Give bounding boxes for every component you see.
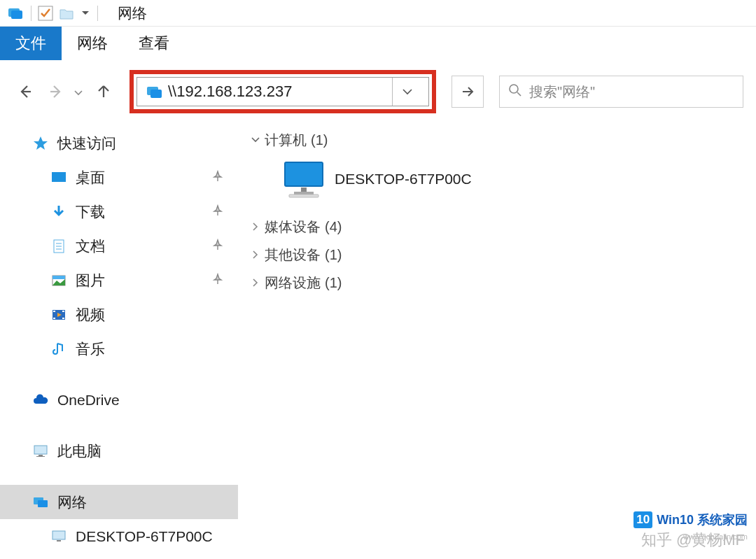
search-icon bbox=[508, 83, 522, 101]
title-bar: 网络 bbox=[0, 0, 756, 27]
sidebar-item-label: 文档 bbox=[76, 236, 105, 256]
cloud-icon bbox=[31, 390, 50, 410]
svg-rect-30 bbox=[294, 192, 314, 194]
content-pane: 计算机 (1) DESKTOP-6T7P00C 媒体设备 (4) 其他设备 (1… bbox=[238, 123, 756, 559]
ribbon-tabs: 文件 网络 查看 bbox=[0, 27, 756, 60]
search-input[interactable] bbox=[529, 84, 734, 100]
go-button[interactable] bbox=[451, 76, 484, 108]
svg-rect-15 bbox=[52, 276, 65, 279]
svg-rect-23 bbox=[36, 456, 45, 457]
svg-point-7 bbox=[510, 85, 518, 93]
device-item[interactable]: DESKTOP-6T7P00C bbox=[246, 154, 748, 213]
videos-icon bbox=[49, 305, 69, 325]
sidebar-item-label: 视频 bbox=[76, 305, 105, 325]
up-button[interactable] bbox=[91, 79, 116, 104]
documents-icon bbox=[49, 236, 69, 256]
category-label: 媒体设备 bbox=[265, 218, 321, 236]
category-media[interactable]: 媒体设备 (4) bbox=[246, 213, 748, 241]
watermark-brand: 10 Win10 系统家园 bbox=[634, 511, 748, 528]
category-count: (1) bbox=[311, 132, 328, 148]
category-label: 其他设备 bbox=[265, 246, 321, 264]
svg-rect-25 bbox=[38, 500, 48, 507]
svg-rect-17 bbox=[53, 311, 55, 312]
category-computers[interactable]: 计算机 (1) bbox=[246, 126, 748, 154]
svg-rect-6 bbox=[150, 90, 162, 98]
category-count: (4) bbox=[325, 219, 342, 235]
pin-icon bbox=[211, 238, 224, 255]
sidebar-item-label: 图片 bbox=[76, 271, 105, 290]
category-count: (1) bbox=[325, 275, 342, 291]
sidebar-item-label: 网络 bbox=[57, 493, 87, 512]
chevron-right-icon bbox=[246, 222, 265, 232]
star-icon bbox=[31, 134, 50, 153]
nav-row: \\192.168.123.237 bbox=[0, 60, 756, 123]
svg-rect-22 bbox=[38, 455, 43, 456]
svg-line-8 bbox=[517, 92, 521, 96]
category-count: (1) bbox=[325, 247, 342, 263]
sidebar-desktop[interactable]: 桌面 bbox=[0, 160, 238, 194]
computer-icon bbox=[31, 441, 50, 461]
monitor-icon bbox=[280, 160, 328, 199]
sidebar-network-child[interactable]: DESKTOP-6T7P00C bbox=[0, 519, 238, 553]
sidebar-downloads[interactable]: 下载 bbox=[0, 194, 238, 229]
network-icon bbox=[31, 493, 50, 512]
computer-icon bbox=[49, 527, 69, 546]
ribbon-tab-network[interactable]: 网络 bbox=[62, 27, 123, 60]
checkbox-icon[interactable] bbox=[36, 3, 55, 23]
sidebar-item-label: 桌面 bbox=[76, 168, 105, 187]
watermark-url: www.qdhuajin.com bbox=[683, 532, 748, 541]
sidebar-item-label: 快速访问 bbox=[57, 134, 116, 153]
sidebar-thispc[interactable]: 此电脑 bbox=[0, 434, 238, 468]
forward-button[interactable] bbox=[43, 79, 69, 104]
category-label: 网络设施 bbox=[265, 274, 321, 292]
pin-icon bbox=[211, 272, 224, 289]
svg-rect-28 bbox=[285, 162, 323, 186]
svg-rect-9 bbox=[52, 172, 66, 182]
address-dropdown-icon[interactable] bbox=[392, 78, 421, 106]
chevron-right-icon bbox=[246, 278, 265, 288]
window-title: 网络 bbox=[118, 3, 147, 23]
downloads-icon bbox=[49, 202, 69, 222]
sidebar-item-label: DESKTOP-6T7P00C bbox=[76, 528, 213, 545]
sidebar-onedrive[interactable]: OneDrive bbox=[0, 383, 238, 417]
pin-icon bbox=[211, 169, 224, 186]
ribbon-tab-view[interactable]: 查看 bbox=[123, 27, 185, 60]
sidebar-quick-access[interactable]: 快速访问 bbox=[0, 126, 238, 160]
sidebar-documents[interactable]: 文档 bbox=[0, 229, 238, 263]
svg-rect-19 bbox=[62, 311, 64, 312]
svg-rect-31 bbox=[289, 194, 318, 197]
history-dropdown-icon[interactable] bbox=[74, 85, 85, 99]
back-button[interactable] bbox=[13, 79, 38, 104]
category-other[interactable]: 其他设备 (1) bbox=[246, 241, 748, 269]
sidebar-item-label: 音乐 bbox=[76, 339, 105, 359]
sidebar-item-label: 下载 bbox=[76, 202, 105, 222]
svg-rect-29 bbox=[301, 187, 307, 192]
qat-dropdown-icon[interactable] bbox=[80, 8, 90, 18]
svg-rect-21 bbox=[34, 446, 47, 454]
sidebar-videos[interactable]: 视频 bbox=[0, 297, 238, 332]
svg-rect-26 bbox=[52, 531, 65, 539]
chevron-down-icon bbox=[246, 136, 265, 143]
svg-rect-18 bbox=[53, 318, 55, 319]
address-bar-highlight: \\192.168.123.237 bbox=[130, 70, 436, 113]
address-bar[interactable]: \\192.168.123.237 bbox=[136, 77, 429, 106]
main-area: 快速访问 桌面 下载 文档 图片 视频 音乐 bbox=[0, 123, 756, 559]
network-app-icon bbox=[6, 3, 25, 23]
separator bbox=[31, 6, 31, 21]
category-infra[interactable]: 网络设施 (1) bbox=[246, 269, 748, 297]
music-icon bbox=[49, 339, 69, 359]
sidebar-pictures[interactable]: 图片 bbox=[0, 263, 238, 297]
search-box[interactable] bbox=[499, 76, 743, 108]
sidebar-network[interactable]: 网络 bbox=[0, 485, 238, 519]
separator bbox=[97, 6, 98, 21]
folder-icon[interactable] bbox=[57, 3, 76, 23]
desktop-icon bbox=[49, 168, 69, 187]
address-text[interactable]: \\192.168.123.237 bbox=[168, 83, 392, 101]
ribbon-tab-file[interactable]: 文件 bbox=[0, 27, 62, 60]
sidebar-item-label: 此电脑 bbox=[57, 441, 102, 461]
brand-text: Win10 系统家园 bbox=[657, 511, 748, 528]
network-location-icon bbox=[144, 81, 165, 102]
chevron-right-icon bbox=[246, 250, 265, 260]
sidebar-music[interactable]: 音乐 bbox=[0, 332, 238, 366]
svg-rect-27 bbox=[57, 540, 61, 542]
